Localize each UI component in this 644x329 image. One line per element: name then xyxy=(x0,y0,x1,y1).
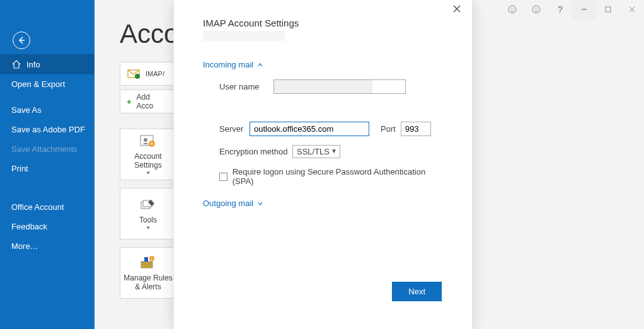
server-label: Server xyxy=(219,124,250,134)
svg-point-5 xyxy=(151,143,153,145)
svg-point-14 xyxy=(532,6,540,13)
sidebar-item-label: Save Attachments xyxy=(11,144,78,154)
dialog-close-button[interactable] xyxy=(448,3,466,15)
sidebar-item-label: Print xyxy=(11,164,28,173)
outgoing-mail-section-toggle[interactable]: Outgoing mail xyxy=(203,199,263,208)
home-icon xyxy=(11,59,21,69)
chevron-down-icon: ▾ xyxy=(147,224,150,231)
mail-account-icon xyxy=(127,67,141,81)
encryption-label: Encryption method xyxy=(219,147,292,156)
back-button[interactable] xyxy=(0,25,95,49)
window-controls: ? xyxy=(500,0,644,19)
happy-face-icon[interactable] xyxy=(500,0,524,19)
sidebar-item-label: Office Account xyxy=(11,202,64,212)
account-selector[interactable]: IMAP/ xyxy=(120,62,175,86)
add-account-button[interactable]: + Add Acco xyxy=(120,89,175,113)
username-input[interactable] xyxy=(273,79,406,94)
server-input[interactable] xyxy=(250,122,369,136)
maximize-button[interactable] xyxy=(596,0,620,19)
incoming-label: Incoming mail xyxy=(203,60,253,69)
tile-label: Manage Rules & Alerts xyxy=(123,274,173,291)
svg-point-15 xyxy=(534,8,536,9)
outgoing-label: Outgoing mail xyxy=(203,199,253,208)
svg-point-16 xyxy=(537,8,538,9)
chevron-down-icon: ▼ xyxy=(331,147,337,154)
encryption-value: SSL/TLS xyxy=(297,147,330,156)
svg-point-13 xyxy=(513,8,514,9)
tile-label: Tools xyxy=(139,216,157,224)
svg-point-1 xyxy=(135,74,140,79)
sidebar-item-open-export[interactable]: Open & Export xyxy=(0,74,95,94)
chevron-up-icon xyxy=(257,62,263,68)
help-icon[interactable]: ? xyxy=(548,0,572,19)
sidebar-item-label: Open & Export xyxy=(11,79,65,89)
tools-icon xyxy=(139,197,157,213)
tile-tools[interactable]: Tools ▾ xyxy=(120,188,176,240)
svg-text:!: ! xyxy=(151,257,152,261)
svg-point-12 xyxy=(510,8,512,9)
tile-label: Account Settings xyxy=(123,152,173,170)
add-account-label: Add Acco xyxy=(137,93,168,110)
sidebar-item-office-account[interactable]: Office Account xyxy=(0,197,95,217)
dialog-title: IMAP Account Settings xyxy=(203,18,443,28)
chevron-down-icon: ▾ xyxy=(147,170,150,176)
sidebar-item-label: Info xyxy=(26,60,40,69)
svg-rect-18 xyxy=(606,7,611,12)
dialog-email-redacted xyxy=(203,31,285,41)
next-button[interactable]: Next xyxy=(392,282,442,301)
sidebar-item-save-adobe-pdf[interactable]: Save as Adobe PDF xyxy=(0,120,95,139)
imap-settings-dialog: IMAP Account Settings Incoming mail User… xyxy=(173,0,473,329)
port-label: Port xyxy=(381,124,396,134)
svg-point-11 xyxy=(509,6,516,13)
account-type-label: IMAP/ xyxy=(146,70,164,78)
tile-manage-rules[interactable]: ! Manage Rules & Alerts xyxy=(120,247,176,299)
plus-icon: + xyxy=(127,97,132,107)
account-settings-icon xyxy=(139,133,157,149)
sidebar-item-print[interactable]: Print xyxy=(0,159,95,178)
sidebar-item-label: Save as Adobe PDF xyxy=(11,125,85,134)
sidebar-item-info[interactable]: Info xyxy=(0,54,95,74)
sidebar-item-save-as[interactable]: Save As xyxy=(0,100,95,120)
username-label: User name xyxy=(219,82,273,91)
sidebar-item-feedback[interactable]: Feedback xyxy=(0,217,95,236)
spa-label: Require logon using Secure Password Auth… xyxy=(233,167,443,186)
svg-point-3 xyxy=(144,138,147,142)
close-button[interactable] xyxy=(620,0,644,19)
back-arrow-icon xyxy=(13,32,30,49)
spa-checkbox[interactable] xyxy=(219,173,227,181)
sidebar-item-more[interactable]: More… xyxy=(0,236,95,256)
port-input[interactable] xyxy=(401,122,431,136)
incoming-mail-section-toggle[interactable]: Incoming mail xyxy=(203,60,263,69)
sidebar-item-label: More… xyxy=(11,241,38,251)
sidebar-item-save-attachments: Save Attachments xyxy=(0,139,95,159)
sad-face-icon[interactable] xyxy=(524,0,548,19)
rules-alerts-icon: ! xyxy=(139,255,157,271)
sidebar-item-label: Feedback xyxy=(11,222,47,231)
backstage-sidebar: Info Open & Export Save As Save as Adobe… xyxy=(0,0,95,329)
sidebar-item-label: Save As xyxy=(11,105,42,115)
chevron-down-icon xyxy=(257,200,263,207)
minimize-button[interactable] xyxy=(572,0,596,19)
tile-account-settings[interactable]: Account Settings ▾ xyxy=(120,129,176,180)
